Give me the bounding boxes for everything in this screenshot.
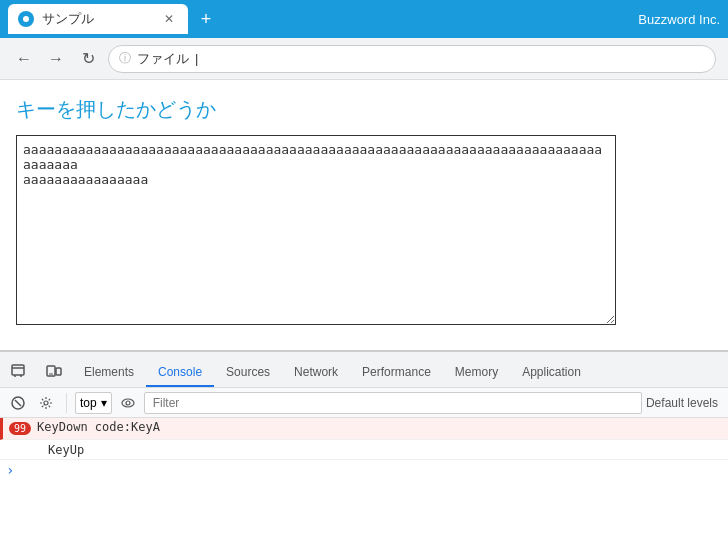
filter-input[interactable] [144, 392, 642, 414]
console-output: 99 KeyDown code:KeyA KeyUp › [0, 418, 728, 560]
devtools-panel: Elements Console Sources Network Perform… [0, 350, 728, 560]
tab-application[interactable]: Application [510, 359, 593, 387]
active-tab[interactable]: サンプル ✕ [8, 4, 188, 34]
console-row-keydown: 99 KeyDown code:KeyA [0, 418, 728, 440]
reload-button[interactable]: ↻ [76, 47, 100, 71]
browser-brand: Buzzword Inc. [638, 12, 720, 27]
console-prompt[interactable]: › [0, 460, 728, 480]
tab-console[interactable]: Console [146, 359, 214, 387]
settings-button[interactable] [34, 391, 58, 415]
new-tab-button[interactable]: + [192, 5, 220, 33]
tab-favicon [18, 11, 34, 27]
forward-button[interactable]: → [44, 47, 68, 71]
back-button[interactable]: ← [12, 47, 36, 71]
prompt-arrow-icon: › [6, 462, 14, 478]
svg-rect-7 [56, 368, 61, 375]
main-textarea[interactable]: aaaaaaaaaaaaaaaaaaaaaaaaaaaaaaaaaaaaaaaa… [16, 135, 616, 325]
svg-point-11 [44, 401, 48, 405]
info-icon: ⓘ [119, 50, 131, 67]
tab-close-button[interactable]: ✕ [160, 10, 178, 28]
svg-point-1 [23, 16, 29, 22]
page-content: キーを押したかどうか aaaaaaaaaaaaaaaaaaaaaaaaaaaaa… [0, 80, 728, 350]
tab-sources[interactable]: Sources [214, 359, 282, 387]
devtools-toolbar: top ▾ Default levels [0, 388, 728, 418]
svg-line-10 [15, 400, 21, 406]
devtools-tabs: Elements Console Sources Network Perform… [0, 352, 728, 388]
console-row-keyup: KeyUp [0, 440, 728, 460]
address-bar: ← → ↻ ⓘ ファイル | [0, 38, 728, 80]
inspect-element-button[interactable] [2, 355, 34, 387]
default-levels-label: Default levels [646, 396, 722, 410]
console-keydown-text: KeyDown code:KeyA [37, 420, 160, 434]
svg-point-13 [126, 401, 130, 405]
address-input[interactable]: ⓘ ファイル | [108, 45, 716, 73]
browser-titlebar: サンプル ✕ + Buzzword Inc. [0, 0, 728, 38]
page-heading: キーを押したかどうか [16, 96, 712, 123]
address-text: ファイル [137, 50, 189, 68]
device-toggle-button[interactable] [38, 355, 70, 387]
tab-elements[interactable]: Elements [72, 359, 146, 387]
chevron-down-icon: ▾ [101, 396, 107, 410]
context-selector[interactable]: top ▾ [75, 392, 112, 414]
clear-console-button[interactable] [6, 391, 30, 415]
tab-memory[interactable]: Memory [443, 359, 510, 387]
toolbar-divider [66, 393, 67, 413]
tab-network[interactable]: Network [282, 359, 350, 387]
console-badge: 99 [9, 422, 31, 435]
svg-rect-2 [12, 365, 24, 375]
svg-point-12 [122, 399, 134, 407]
context-value: top [80, 396, 97, 410]
console-keyup-text: KeyUp [48, 443, 84, 457]
tab-performance[interactable]: Performance [350, 359, 443, 387]
tab-title: サンプル [42, 10, 94, 28]
eye-icon[interactable] [116, 391, 140, 415]
